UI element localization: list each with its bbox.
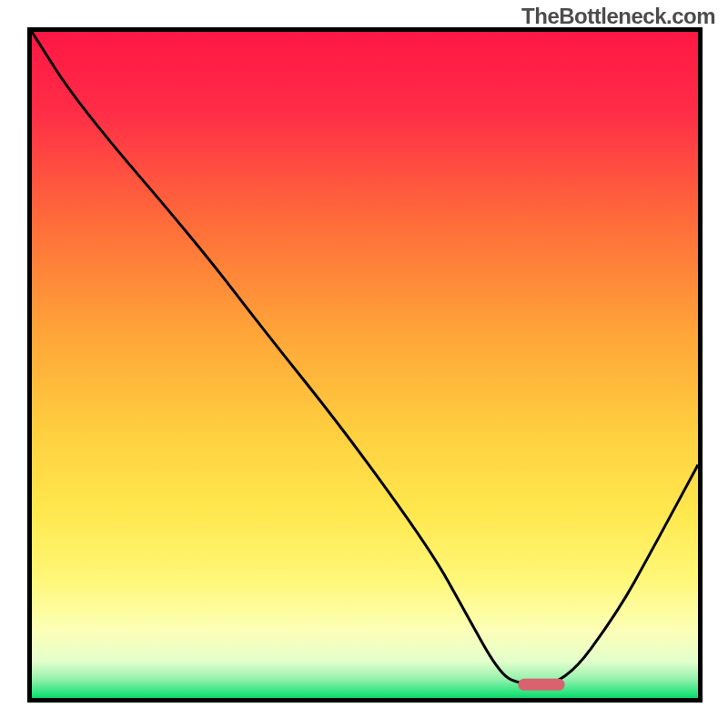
chart-frame [27,27,703,703]
chart-container: TheBottleneck.com [0,0,728,728]
gradient-background [32,32,698,698]
optimum-marker [518,679,564,691]
chart-svg [32,32,698,698]
watermark-text: TheBottleneck.com [521,4,715,29]
